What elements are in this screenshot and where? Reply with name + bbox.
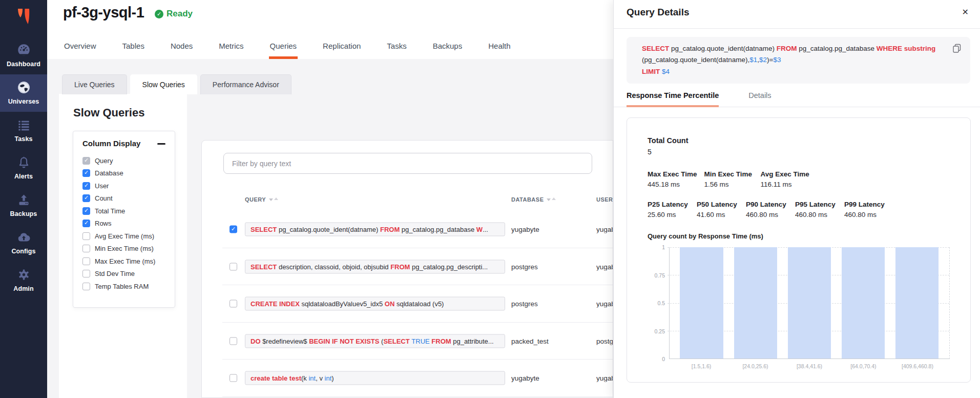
panel-divider	[614, 28, 980, 29]
table-row[interactable]: DO $redefineview$ BEGIN IF NOT EXISTS (S…	[202, 323, 613, 360]
copy-icon[interactable]	[952, 43, 962, 53]
sidebar-item-label: Admin	[13, 285, 33, 292]
stat-p99-latency: P99 Latency460.80 ms	[844, 201, 886, 218]
checkbox-total-time[interactable]	[82, 207, 90, 215]
row-checkbox[interactable]	[230, 300, 237, 308]
sort-icon[interactable]	[547, 198, 556, 201]
checkbox-query[interactable]	[82, 157, 90, 165]
stat-label: P50 Latency	[697, 201, 739, 208]
column-header-user[interactable]: USER	[596, 196, 613, 203]
column-option-label: Min Exec Time (ms)	[95, 245, 154, 252]
sidebar-item-universes[interactable]: Universes	[0, 74, 47, 112]
checkbox-max-exec-time-ms[interactable]	[82, 257, 90, 265]
tab-metrics[interactable]: Metrics	[218, 42, 244, 59]
tasks-icon	[17, 118, 31, 132]
column-header-label: DATABASE	[511, 196, 544, 203]
sql-segment: SELECT	[251, 226, 279, 233]
sql-segment: $3	[773, 56, 781, 64]
bar-24-0-25-6	[734, 247, 778, 359]
column-option-query[interactable]: Query	[82, 154, 165, 167]
checkbox-count[interactable]	[82, 194, 90, 202]
checkbox-avg-exec-time-ms[interactable]	[82, 232, 90, 240]
column-option-std-dev-time[interactable]: Std Dev Time	[82, 268, 165, 281]
panel-tab-response-time-percentile[interactable]: Response Time Percentile	[627, 91, 719, 107]
table-row[interactable]: create table test(k int, v int)yugabytey…	[202, 360, 613, 397]
sql-line: SELECT pg_catalog.quote_ident(datname) F…	[642, 43, 939, 54]
stat-p50-latency: P50 Latency41.60 ms	[697, 201, 739, 218]
slow-queries-heading: Slow Queries	[73, 106, 144, 120]
collapse-minus-icon[interactable]	[157, 143, 165, 145]
column-option-min-exec-time-ms[interactable]: Min Exec Time (ms)	[82, 243, 165, 255]
table-row[interactable]: SELECT description, classoid, objoid, ob…	[202, 248, 613, 286]
checkbox-database[interactable]	[82, 169, 90, 177]
checkbox-temp-tables-ram[interactable]	[82, 283, 90, 290]
sql-segment: DO	[251, 337, 262, 345]
row-checkbox[interactable]	[230, 263, 237, 270]
table-row[interactable]: SELECT pg_catalog.quote_ident(datname) F…	[202, 211, 613, 248]
panel-tab-details[interactable]: Details	[748, 91, 771, 107]
row-checkbox[interactable]	[230, 226, 237, 233]
sidebar-item-tasks[interactable]: Tasks	[0, 112, 47, 149]
column-option-count[interactable]: Count	[82, 192, 165, 205]
column-header-query[interactable]: QUERY	[245, 196, 278, 203]
stat-value: 460.80 ms	[746, 211, 788, 218]
query-cell[interactable]: CREATE INDEX sqldataloadByValuev5_idx5 O…	[245, 297, 505, 311]
column-option-user[interactable]: User	[82, 180, 165, 192]
user-cell: postgres	[596, 337, 613, 345]
tab-backups[interactable]: Backups	[432, 42, 464, 59]
sidebar-item-dashboard[interactable]: Dashboard	[0, 37, 47, 74]
table-row[interactable]: CREATE INDEX sqldataloadByValuev5_idx5 O…	[202, 285, 613, 323]
subtab-performance-advisor[interactable]: Performance Advisor	[200, 74, 291, 94]
query-cell[interactable]: create table test(k int, v int)	[245, 371, 505, 385]
database-cell: packed_test	[511, 337, 549, 345]
subtab-live-queries[interactable]: Live Queries	[62, 74, 127, 94]
checkbox-min-exec-time-ms[interactable]	[82, 245, 90, 252]
subtab-slow-queries[interactable]: Slow Queries	[130, 74, 197, 94]
column-header-database[interactable]: DATABASE	[511, 196, 556, 203]
column-option-avg-exec-time-ms[interactable]: Avg Exec Time (ms)	[82, 230, 165, 243]
column-option-total-time[interactable]: Total Time	[82, 205, 165, 217]
sidebar-item-alerts[interactable]: Alerts	[0, 149, 47, 187]
row-checkbox[interactable]	[230, 374, 237, 382]
sidebar-item-configs[interactable]: Configs	[0, 224, 47, 262]
tab-health[interactable]: Health	[487, 42, 511, 59]
sidebar-item-admin[interactable]: Admin	[0, 262, 47, 299]
tab-replication[interactable]: Replication	[322, 42, 362, 59]
sql-segment: LIMIT	[642, 68, 662, 75]
column-option-rows[interactable]: Rows	[82, 217, 165, 230]
sql-segment: pg_catalog.pg_database	[799, 45, 877, 52]
column-option-max-exec-time-ms[interactable]: Max Exec Time (ms)	[82, 255, 165, 268]
stat-value: 41.60 ms	[697, 211, 739, 218]
tab-queries[interactable]: Queries	[269, 42, 298, 59]
tab-nodes[interactable]: Nodes	[170, 42, 194, 59]
query-cell[interactable]: DO $redefineview$ BEGIN IF NOT EXISTS (S…	[245, 334, 505, 348]
column-option-temp-tables-ram[interactable]: Temp Tables RAM	[82, 280, 165, 293]
tab-tasks[interactable]: Tasks	[386, 42, 407, 59]
column-option-label: Temp Tables RAM	[95, 283, 149, 290]
yugabyte-logo-icon[interactable]	[13, 6, 34, 27]
bar-409-6-460-8	[895, 247, 939, 359]
x-tick-label: [1.5,1.6)	[680, 363, 723, 369]
checkbox-rows[interactable]	[82, 220, 90, 227]
query-cell[interactable]: SELECT description, classoid, objoid, ob…	[245, 260, 505, 273]
sidebar-item-backups[interactable]: Backups	[0, 187, 47, 224]
query-filter-input[interactable]	[223, 153, 592, 174]
bar-1-5-1-6	[680, 247, 723, 359]
stat-value: 116.11 ms	[761, 181, 810, 188]
database-cell: postgres	[511, 263, 538, 270]
panel-tabs: Response Time PercentileDetails	[627, 91, 772, 107]
sql-segment: FROM	[777, 45, 799, 52]
query-cell[interactable]: SELECT pg_catalog.quote_ident(datname) F…	[245, 223, 505, 236]
close-icon[interactable]: ✕	[962, 7, 969, 17]
tab-overview[interactable]: Overview	[63, 42, 97, 59]
dashboard-icon	[17, 43, 31, 57]
checkbox-user[interactable]	[82, 182, 90, 190]
column-option-database[interactable]: Database	[82, 167, 165, 180]
checkbox-std-dev-time[interactable]	[82, 270, 90, 277]
tab-tables[interactable]: Tables	[121, 42, 145, 59]
row-checkbox[interactable]	[230, 337, 237, 345]
sql-segment: ON	[385, 300, 397, 308]
sql-segment: pg_catalog.pg_database	[402, 226, 476, 233]
sort-icon[interactable]	[269, 198, 278, 201]
sql-segment: int	[325, 374, 332, 382]
